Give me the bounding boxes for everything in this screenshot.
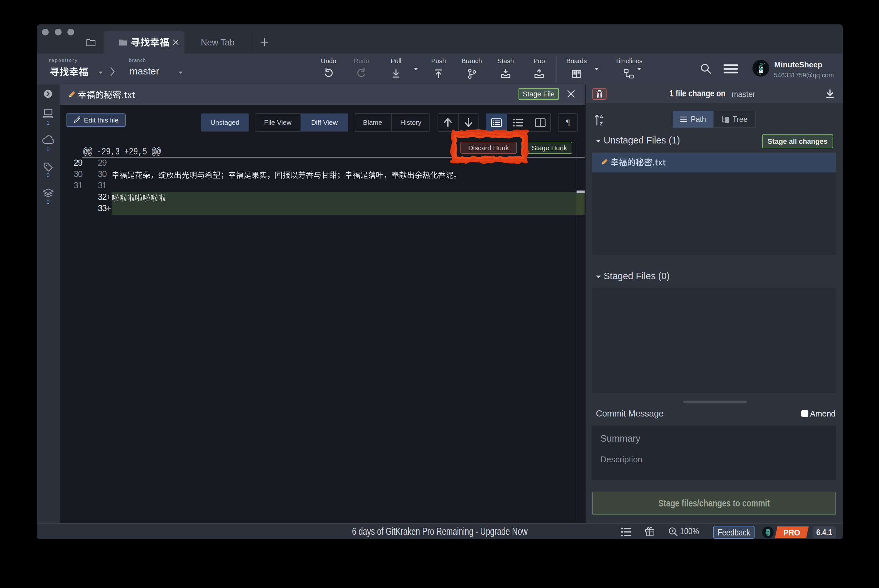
svg-text:A: A: [600, 114, 603, 119]
svg-text:Z: Z: [600, 121, 603, 126]
